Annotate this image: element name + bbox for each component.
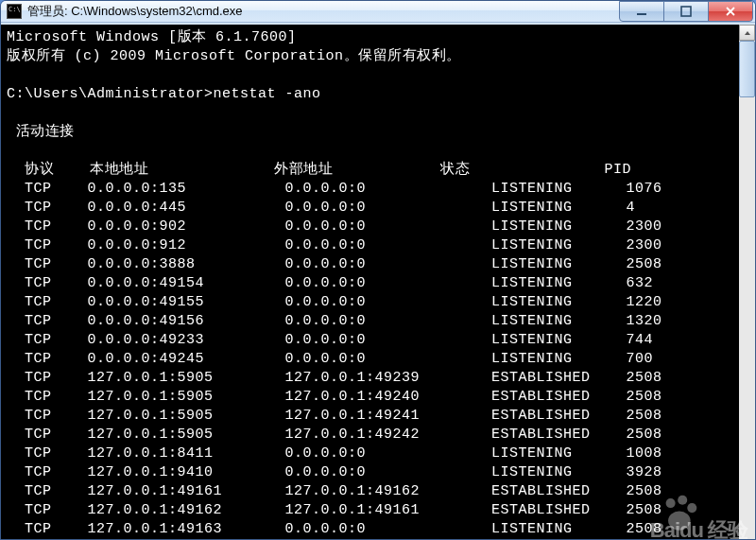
window-title: 管理员: C:\Windows\system32\cmd.exe xyxy=(27,3,620,20)
svg-rect-0 xyxy=(637,13,646,15)
window-frame: 管理员: C:\Windows\system32\cmd.exe Microso… xyxy=(0,0,756,540)
close-icon xyxy=(725,6,736,17)
console-output[interactable]: Microsoft Windows [版本 6.1.7600] 版权所有 (c)… xyxy=(1,25,739,540)
scrollbar-thumb[interactable] xyxy=(739,41,755,97)
minimize-icon xyxy=(636,6,647,17)
chevron-up-icon xyxy=(744,29,751,37)
window-controls xyxy=(620,1,753,22)
scrollbar-track[interactable] xyxy=(739,41,755,540)
minimize-button[interactable] xyxy=(619,1,664,22)
scroll-up-button[interactable] xyxy=(739,25,755,41)
maximize-icon xyxy=(680,6,692,17)
cmd-icon xyxy=(7,4,22,19)
titlebar[interactable]: 管理员: C:\Windows\system32\cmd.exe xyxy=(1,1,755,23)
svg-rect-1 xyxy=(681,7,691,16)
console-area: Microsoft Windows [版本 6.1.7600] 版权所有 (c)… xyxy=(1,23,755,540)
vertical-scrollbar[interactable] xyxy=(739,25,755,540)
maximize-button[interactable] xyxy=(663,1,709,22)
close-button[interactable] xyxy=(708,1,753,22)
